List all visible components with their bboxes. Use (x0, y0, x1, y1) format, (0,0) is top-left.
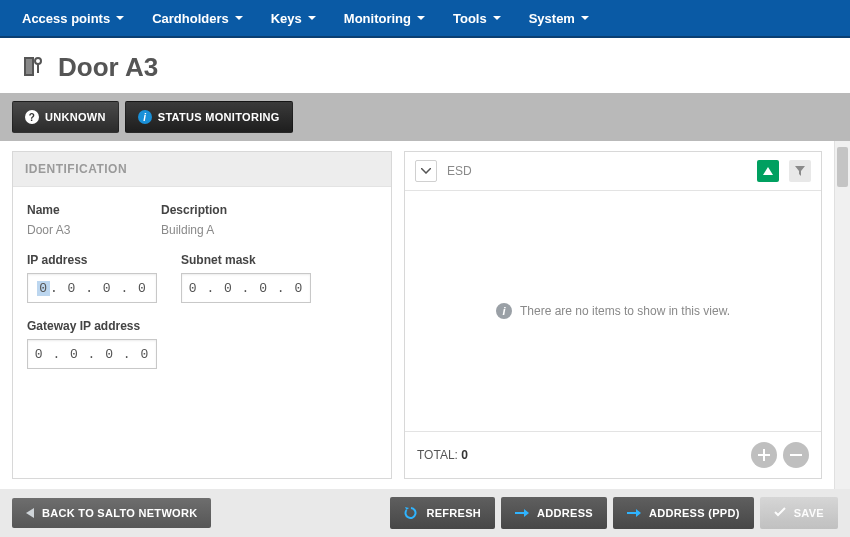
address-ppd-label: ADDRESS (PPD) (649, 507, 740, 519)
info-icon: i (138, 110, 152, 124)
name-label: Name (27, 203, 137, 217)
filter-button[interactable] (789, 160, 811, 182)
nav-label: System (529, 11, 575, 26)
refresh-icon (404, 506, 418, 520)
nav-label: Monitoring (344, 11, 411, 26)
nav-access-points[interactable]: Access points (8, 0, 138, 36)
nav-label: Cardholders (152, 11, 229, 26)
nav-monitoring[interactable]: Monitoring (330, 0, 439, 36)
nav-system[interactable]: System (515, 0, 603, 36)
sort-button[interactable] (757, 160, 779, 182)
tab-label: STATUS MONITORING (158, 111, 280, 123)
svg-rect-4 (790, 454, 802, 456)
page-title: Door A3 (58, 52, 158, 83)
panel-identification: IDENTIFICATION Name Door A3 Description … (12, 151, 392, 479)
gateway-value: 0 . 0 . 0 . 0 (35, 347, 149, 362)
chevron-left-icon (26, 508, 34, 518)
remove-item-button[interactable] (783, 442, 809, 468)
esd-total: TOTAL: 0 (417, 448, 468, 462)
back-button[interactable]: BACK TO SALTO NETWORK (12, 498, 211, 528)
panel-body: Name Door A3 Description Building A IP a… (13, 187, 391, 385)
page-footer: BACK TO SALTO NETWORK REFRESH ADDRESS AD… (0, 489, 850, 537)
page-header: Door A3 (0, 38, 850, 93)
back-label: BACK TO SALTO NETWORK (42, 507, 197, 519)
top-navbar: Access points Cardholders Keys Monitorin… (0, 0, 850, 38)
subnet-mask-input[interactable]: 0 . 0 . 0 . 0 (181, 273, 311, 303)
chevron-down-icon (116, 16, 124, 21)
add-item-button[interactable] (751, 442, 777, 468)
description-value: Building A (161, 223, 227, 237)
scrollbar-thumb[interactable] (837, 147, 848, 187)
subnet-mask-label: Subnet mask (181, 253, 311, 267)
chevron-down-icon (417, 16, 425, 21)
nav-tools[interactable]: Tools (439, 0, 515, 36)
empty-list-text: There are no items to show in this view. (520, 304, 730, 318)
chevron-down-icon (421, 168, 431, 174)
gateway-input[interactable]: 0 . 0 . 0 . 0 (27, 339, 157, 369)
svg-point-2 (35, 58, 41, 64)
expand-toggle[interactable] (415, 160, 437, 182)
total-value: 0 (461, 448, 468, 462)
nav-label: Keys (271, 11, 302, 26)
tab-unknown[interactable]: ? UNKNOWN (12, 101, 119, 133)
nav-keys[interactable]: Keys (257, 0, 330, 36)
address-label: ADDRESS (537, 507, 593, 519)
name-value: Door A3 (27, 223, 137, 237)
nav-label: Access points (22, 11, 110, 26)
refresh-label: REFRESH (426, 507, 481, 519)
esd-header: ESD (405, 152, 821, 191)
mode-tabs-row: ? UNKNOWN i STATUS MONITORING (0, 93, 850, 141)
total-label: TOTAL: (417, 448, 458, 462)
minus-icon (790, 449, 802, 461)
ip-octet-selected: 0 (37, 281, 50, 296)
subnet-value: 0 . 0 . 0 . 0 (189, 281, 303, 296)
esd-footer: TOTAL: 0 (405, 431, 821, 478)
chevron-down-icon (493, 16, 501, 21)
ip-rest: . 0 . 0 . 0 (50, 281, 147, 296)
esd-empty-list: i There are no items to show in this vie… (405, 191, 821, 431)
door-icon (20, 53, 46, 82)
chevron-down-icon (308, 16, 316, 21)
funnel-icon (794, 165, 806, 177)
arrow-right-icon (515, 509, 529, 517)
ip-address-input[interactable]: 0 . 0 . 0 . 0 (27, 273, 157, 303)
nav-cardholders[interactable]: Cardholders (138, 0, 257, 36)
refresh-button[interactable]: REFRESH (390, 497, 495, 529)
save-label: SAVE (794, 507, 824, 519)
tab-status-monitoring[interactable]: i STATUS MONITORING (125, 101, 293, 133)
address-button[interactable]: ADDRESS (501, 497, 607, 529)
save-button: SAVE (760, 497, 838, 529)
esd-column-header[interactable]: ESD (447, 164, 747, 178)
nav-label: Tools (453, 11, 487, 26)
arrow-right-icon (627, 509, 641, 517)
address-ppd-button[interactable]: ADDRESS (PPD) (613, 497, 754, 529)
content-area: IDENTIFICATION Name Door A3 Description … (0, 141, 834, 489)
panel-heading: IDENTIFICATION (13, 152, 391, 187)
content-wrap: IDENTIFICATION Name Door A3 Description … (0, 141, 850, 489)
info-icon: i (496, 303, 512, 319)
gateway-label: Gateway IP address (27, 319, 377, 333)
description-label: Description (161, 203, 227, 217)
panel-esd: ESD i There are no items to show in this… (404, 151, 822, 479)
chevron-down-icon (581, 16, 589, 21)
svg-rect-1 (26, 59, 32, 74)
tab-label: UNKNOWN (45, 111, 106, 123)
question-icon: ? (25, 110, 39, 124)
check-icon (774, 507, 786, 519)
chevron-down-icon (235, 16, 243, 21)
vertical-scrollbar[interactable] (834, 141, 850, 489)
ip-address-label: IP address (27, 253, 157, 267)
triangle-up-icon (763, 167, 773, 175)
plus-icon (758, 449, 770, 461)
